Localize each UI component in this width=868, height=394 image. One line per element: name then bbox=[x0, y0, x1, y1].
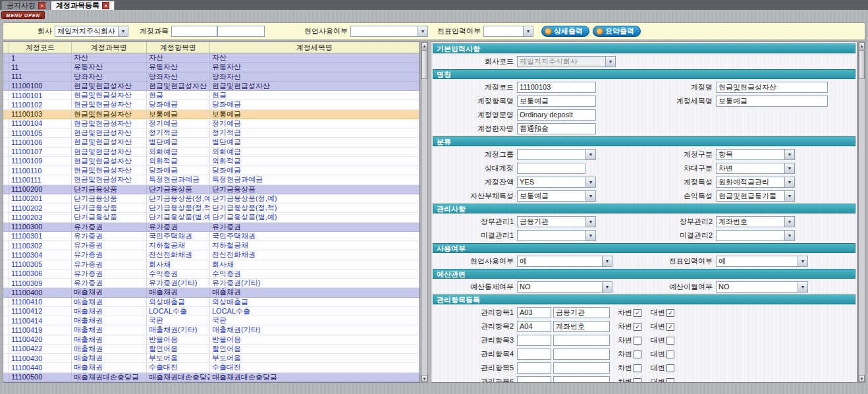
chevron-down-icon[interactable]: ▼ bbox=[784, 150, 794, 159]
mgmt-name-input[interactable] bbox=[553, 335, 610, 346]
col-header-name[interactable]: 계정과목명 bbox=[72, 42, 147, 53]
mgmt-code-input[interactable] bbox=[517, 376, 551, 383]
field-select[interactable]: 제일저지주식회사▼ bbox=[517, 56, 616, 67]
chevron-down-icon[interactable]: ▼ bbox=[585, 191, 595, 201]
col-header-item[interactable]: 계정항목명 bbox=[147, 42, 210, 53]
chevron-down-icon[interactable]: ▼ bbox=[585, 177, 595, 187]
table-row[interactable]: 11100414 매출채권 국판 국판 bbox=[3, 316, 420, 325]
debit-checkbox[interactable] bbox=[634, 351, 641, 358]
table-row[interactable]: 11100104 현금및현금성자산 정기예금 정기예금 bbox=[3, 119, 420, 128]
field-select[interactable]: 현금및현금등가물▼ bbox=[716, 190, 795, 202]
account-code-input[interactable] bbox=[171, 26, 217, 37]
chevron-down-icon[interactable]: ▼ bbox=[784, 177, 794, 187]
debit-checkbox[interactable] bbox=[634, 364, 641, 372]
scrollbar-track[interactable] bbox=[859, 49, 865, 375]
company-select[interactable]: 제일저지주식회사 ▼ bbox=[55, 26, 128, 37]
row-selector[interactable] bbox=[3, 279, 9, 287]
row-selector[interactable] bbox=[3, 138, 9, 146]
credit-checkbox[interactable] bbox=[666, 378, 674, 383]
row-selector[interactable] bbox=[3, 298, 9, 306]
mgmt-code-input[interactable]: A04 bbox=[517, 321, 551, 332]
row-selector[interactable] bbox=[3, 241, 9, 250]
chevron-down-icon[interactable]: ▼ bbox=[784, 163, 794, 173]
field-select[interactable]: 항목▼ bbox=[716, 149, 795, 160]
table-row[interactable]: 11100422 매출채권 할인어음 할인어음 bbox=[3, 345, 420, 354]
row-selector[interactable] bbox=[3, 307, 9, 316]
summary-print-button[interactable]: 요약출력 bbox=[593, 26, 641, 37]
scrollbar-thumb[interactable] bbox=[421, 50, 427, 79]
field-select[interactable]: ▼ bbox=[517, 230, 596, 241]
row-selector[interactable] bbox=[3, 373, 9, 381]
credit-checkbox[interactable] bbox=[666, 351, 674, 358]
row-selector[interactable] bbox=[3, 185, 9, 194]
chevron-down-icon[interactable]: ▼ bbox=[523, 26, 533, 36]
field-input[interactable] bbox=[517, 163, 585, 174]
field-input[interactable]: 보통예금 bbox=[517, 96, 596, 107]
row-selector[interactable] bbox=[3, 345, 9, 353]
field-select[interactable]: 원화예적금관리▼ bbox=[716, 177, 795, 188]
table-row[interactable]: 11100300 유가증권 유가증권 유가증권 bbox=[3, 223, 420, 232]
chevron-down-icon[interactable]: ▼ bbox=[585, 150, 595, 159]
table-row[interactable]: 11100430 매출채권 부도어음 부도어음 bbox=[3, 354, 420, 363]
credit-checkbox[interactable] bbox=[666, 337, 674, 345]
debit-checkbox[interactable]: ✓ bbox=[634, 309, 641, 317]
credit-checkbox[interactable]: ✓ bbox=[666, 323, 674, 331]
table-row[interactable]: 11100306 유가증권 수익증권 수익증권 bbox=[3, 269, 420, 279]
close-icon[interactable]: × bbox=[102, 2, 109, 9]
row-selector[interactable] bbox=[3, 194, 9, 203]
table-row[interactable]: 11100201 단기금융상품 단기금융상품(정,예) 단기금융상품(정,예) bbox=[3, 194, 420, 204]
credit-checkbox[interactable]: ✓ bbox=[666, 309, 674, 317]
row-selector[interactable] bbox=[3, 335, 9, 344]
table-row[interactable]: 11100400 매출채권 매출채권 매출채권 bbox=[3, 288, 420, 297]
row-selector[interactable] bbox=[3, 100, 9, 109]
col-header-detail[interactable]: 계정세목명 bbox=[210, 42, 420, 53]
row-selector[interactable] bbox=[3, 316, 9, 325]
row-selector[interactable] bbox=[3, 232, 9, 240]
field-input[interactable]: Ordinary deposit bbox=[517, 109, 596, 121]
table-row[interactable]: 11100202 단기금융상품 단기금융상품(정,적) 단기금융상품(정,적) bbox=[3, 204, 420, 213]
detail-panel-scrollbar[interactable]: ▲ ▼ bbox=[858, 42, 865, 383]
row-selector[interactable] bbox=[3, 204, 9, 212]
table-row[interactable]: 1 자산 자산 자산 bbox=[3, 53, 420, 63]
mgmt-code-input[interactable] bbox=[517, 349, 551, 360]
field-select[interactable]: NO▼ bbox=[517, 281, 612, 293]
field-input[interactable]: 11100103 bbox=[517, 82, 596, 93]
row-selector[interactable] bbox=[3, 110, 9, 119]
scrollbar-track[interactable] bbox=[421, 49, 427, 375]
mgmt-name-input[interactable] bbox=[553, 362, 610, 374]
table-row[interactable]: 11100420 매출채권 받을어음 받을어음 bbox=[3, 335, 420, 345]
mgmt-code-input[interactable]: A03 bbox=[517, 307, 551, 318]
table-row[interactable]: 11100305 유가증권 회사채 회사채 bbox=[3, 260, 420, 269]
row-selector[interactable] bbox=[3, 63, 9, 71]
mgmt-name-input[interactable] bbox=[553, 376, 610, 383]
row-selector[interactable] bbox=[3, 119, 9, 128]
table-row[interactable]: 11100410 매출채권 외상매출금 외상매출금 bbox=[3, 298, 420, 307]
row-selector[interactable] bbox=[3, 82, 9, 90]
chevron-down-icon[interactable]: ▼ bbox=[418, 26, 427, 36]
chevron-down-icon[interactable]: ▼ bbox=[798, 256, 807, 266]
table-row[interactable]: 11 유동자산 유동자산 유동자산 bbox=[3, 63, 420, 72]
table-row[interactable]: 11100203 단기금융상품 단기금융상품(별,예) 단기금융상품(별,예) bbox=[3, 213, 420, 222]
row-selector[interactable] bbox=[3, 250, 9, 259]
mgmt-code-input[interactable] bbox=[517, 335, 551, 346]
field-input[interactable]: 普通預金 bbox=[517, 123, 596, 134]
field-select[interactable]: ▼ bbox=[517, 149, 596, 160]
chevron-down-icon[interactable]: ▼ bbox=[605, 57, 615, 67]
table-scrollbar[interactable]: ▲ ▼ bbox=[421, 42, 428, 383]
table-row[interactable]: 11100419 매출채권 매출채권(기타) 매출채권(기타) bbox=[3, 325, 420, 335]
debit-checkbox[interactable] bbox=[634, 337, 641, 345]
scroll-up-icon[interactable]: ▲ bbox=[859, 42, 865, 49]
table-row[interactable]: 11100106 현금및현금성자산 별단예금 별단예금 bbox=[3, 138, 420, 147]
row-selector[interactable] bbox=[3, 72, 9, 81]
chevron-down-icon[interactable]: ▼ bbox=[585, 231, 595, 240]
tab-account-registration[interactable]: 계정과목등록 × bbox=[51, 1, 115, 10]
tab-notice[interactable]: 공지사항 × bbox=[1, 1, 51, 10]
field-select[interactable]: 계좌번호▼ bbox=[716, 216, 795, 227]
table-row[interactable]: 11100109 현금및현금성자산 외화적금 외화적금 bbox=[3, 157, 420, 166]
row-selector[interactable] bbox=[3, 128, 9, 137]
row-selector[interactable] bbox=[3, 260, 9, 269]
table-row[interactable]: 11100304 유가증권 전신전화채권 전신전화채권 bbox=[3, 250, 420, 260]
scrollbar-thumb[interactable] bbox=[859, 50, 865, 79]
credit-checkbox[interactable] bbox=[666, 364, 674, 372]
row-selector[interactable] bbox=[3, 175, 9, 184]
